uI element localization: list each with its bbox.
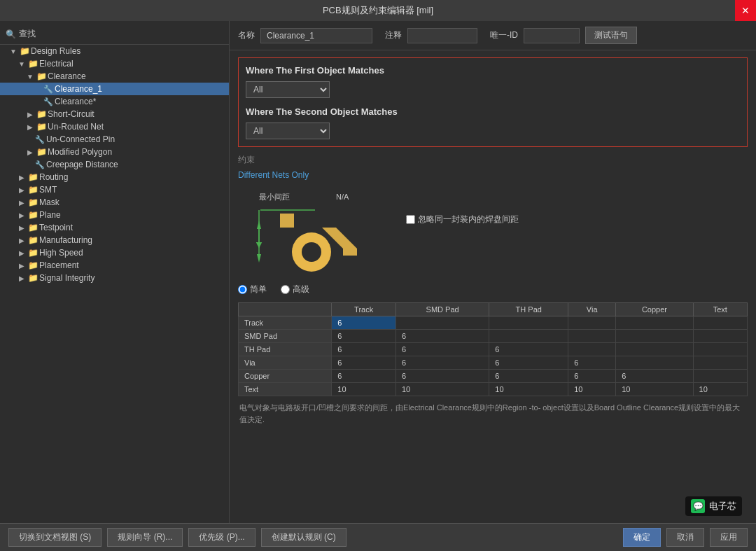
cancel-button[interactable]: 取消 [666,528,704,547]
table-header-via: Via [568,303,616,316]
create-default-button[interactable]: 创建默认规则 (C) [261,528,346,547]
tree-item-signal-integrity[interactable]: 📁Signal Integrity [0,272,229,284]
ok-button[interactable]: 确定 [623,528,661,547]
table-cell: 6 [396,343,489,356]
priorities-button[interactable]: 优先级 (P)... [188,528,255,547]
radio-advanced[interactable] [281,285,290,294]
arrow-icon [17,172,27,182]
where-first-select[interactable]: AllNetNet ClassLayerNet And Layer [246,81,330,98]
tree-item-clearance1[interactable]: 🔧Clearance_1 [0,83,229,95]
tree-item-mask[interactable]: 📁Mask [0,196,229,209]
ignore-checkbox-label[interactable]: 忽略同一封装内的焊盘间距 [406,214,519,225]
tree-item-testpoint[interactable]: 📁Testpoint [0,221,229,234]
unique-id-label: 唯一-ID [490,29,518,41]
tree-item-short-circuit[interactable]: 📁Short-Circuit [0,108,229,120]
rule2-icon: 🔧 [43,97,53,106]
tree-item-creepage-distance[interactable]: 🔧Creepage Distance [0,158,229,171]
arrow-icon [17,260,27,270]
constraint-label: 约束 [238,154,748,166]
tree-item-plane[interactable]: 📁Plane [0,209,229,221]
rule-wizard-button[interactable]: 规则向导 (R)... [107,528,183,547]
tree-item-label: Mask [39,197,59,207]
watermark-text: 电子芯 [709,500,736,512]
diff-nets-label: Different Nets Only [238,170,748,180]
table-cell [568,343,616,356]
tree-item-high-speed[interactable]: 📁High Speed [0,246,229,259]
table-header-text: Text [693,303,747,316]
rule-icon: 🔧 [43,84,53,94]
name-bar: 名称 注释 唯一-ID 测试语句 [230,21,756,50]
arrow-icon [25,122,35,132]
tree-item-unrouted-net[interactable]: 📁Un-Routed Net [0,120,229,133]
tree-item-label: Placement [39,260,79,270]
folder-icon: 📁 [28,185,38,195]
switch-view-button[interactable]: 切换到文档视图 (S) [8,528,102,547]
folder-icon: 📁 [28,273,38,283]
arrow-icon [17,235,27,245]
tree-item-label: Manufacturing [39,235,92,245]
radio-simple[interactable] [238,285,247,294]
tree-item-label: Un-Connected Pin [46,134,115,144]
tree-item-label: Plane [39,210,61,220]
tree-item-unconnected-pin[interactable]: 🔧Un-Connected Pin [0,133,229,146]
folder-icon: 📁 [20,46,29,56]
table-cell [396,316,489,330]
table-row: Via6666 [239,356,748,370]
tree-item-label: Clearance* [55,97,96,106]
arrow-icon [25,147,35,157]
tree-item-modified-polygon[interactable]: 📁Modified Polygon [0,146,229,158]
test-button[interactable]: 测试语句 [585,27,637,44]
tree-item-label: High Speed [39,248,83,258]
tree-item-design-rules[interactable]: 📁Design Rules [0,45,229,57]
description-text: 电气对象与电路板开口/凹槽之间要求的间距，由Electrical Clearan… [238,402,748,425]
radio-simple-label[interactable]: 简单 [238,284,267,295]
folder-icon: 📁 [36,122,46,132]
apply-button[interactable]: 应用 [710,528,748,547]
table-cell: 6 [568,356,616,370]
folder-icon: 📁 [28,248,38,258]
tree-item-routing[interactable]: 📁Routing [0,171,229,183]
tree-item-manufacturing[interactable]: 📁Manufacturing [0,234,229,246]
table-cell: 6 [332,370,396,383]
arrow-icon [8,46,18,56]
table-cell: 10 [568,383,616,396]
clearance-table: TrackSMD PadTH PadViaCopperText Track6SM… [238,302,748,396]
watermark: 💬 电子芯 [685,496,742,516]
name-input[interactable] [260,28,372,43]
radio-advanced-label[interactable]: 高级 [281,284,309,295]
table-row-header: TH Pad [239,343,332,356]
svg-point-5 [302,242,321,262]
table-cell: 6 [332,343,396,356]
table-cell [693,356,747,370]
tree-item-label: Electrical [39,59,74,69]
tree-item-electrical[interactable]: 📁Electrical [0,57,229,70]
item-icon: 🔧 [35,134,45,144]
unique-id-input[interactable] [524,28,580,43]
bottom-bar: 切换到文档视图 (S) 规则向导 (R)... 优先级 (P)... 创建默认规… [0,523,756,551]
title-bar: PCB规则及约束编辑器 [mil] ✕ [0,0,756,21]
tree-item-label: SMT [39,185,57,195]
tree-item-clearance-group[interactable]: 📁Clearance [0,70,229,83]
table-cell [489,330,568,343]
close-button[interactable]: ✕ [735,0,756,21]
tree-item-label: Un-Routed Net [48,122,104,132]
svg-marker-7 [257,221,261,229]
table-cell [616,330,693,343]
ignore-checkbox[interactable] [406,215,415,224]
tree-item-label: Testpoint [39,223,73,232]
where-second-select[interactable]: AllNetNet ClassLayerNet And Layer [246,123,330,139]
table-cell: 10 [489,383,568,396]
tree-item-label: Clearance [48,71,86,81]
table-cell: 10 [693,383,747,396]
comment-label: 注释 [385,29,402,41]
folder-icon: 📁 [28,197,38,207]
window-title: PCB规则及约束编辑器 [mil] [323,4,433,17]
table-cell[interactable]: 6 [332,316,396,330]
tree-item-smt[interactable]: 📁SMT [0,183,229,196]
tree-item-clearance2[interactable]: 🔧Clearance* [0,95,229,108]
name-label: 名称 [238,29,255,41]
tree-item-placement[interactable]: 📁Placement [0,259,229,272]
comment-input[interactable] [407,28,477,43]
table-cell [489,316,568,330]
arrow-icon [17,223,27,232]
